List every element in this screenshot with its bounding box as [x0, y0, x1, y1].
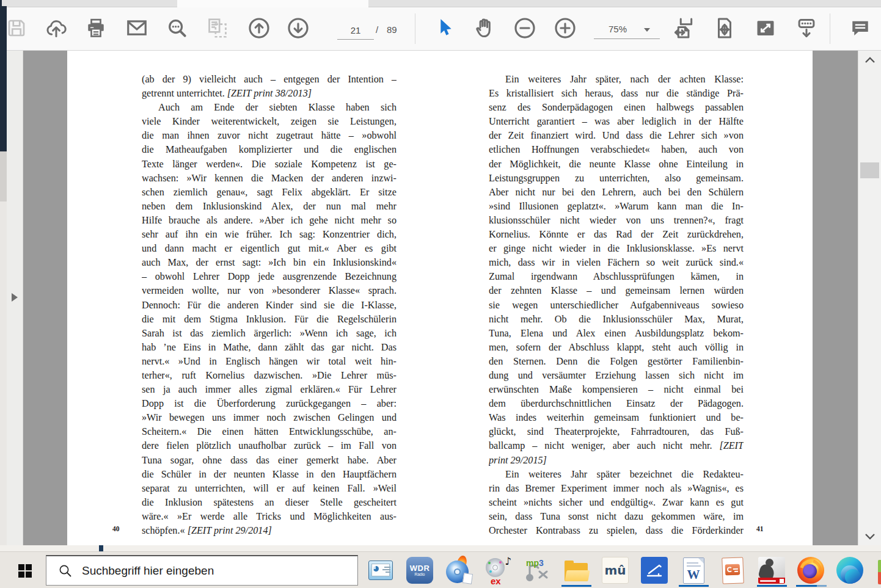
powerpoint-icon [722, 557, 744, 584]
text-line: Leistungsgruppen zu unterrichten, also g… [489, 172, 744, 186]
text-line: der zehnten Klasse – und gemeinsam lerne… [489, 284, 744, 298]
taskbar-app-phonostar[interactable] [758, 556, 786, 584]
taskbar-app-cd-burner[interactable] [445, 556, 473, 584]
taskbar-app-scanner[interactable] [640, 556, 668, 584]
taskbar-app-cdex[interactable]: ♪ ex [484, 556, 512, 584]
email-icon [125, 16, 148, 40]
vertical-scrollbar[interactable] [858, 51, 881, 545]
expand-panel-arrow[interactable] [12, 293, 18, 302]
taskbar-app-wdr-radio[interactable]: WDR Radio [406, 556, 434, 584]
text-line: senz des Sonderpädagogen einen halbwegs … [489, 101, 744, 115]
text-line: die man ihnen zuvor nicht zugetraut hätt… [142, 129, 397, 143]
text-line: Aber nicht nur bei den Lehrern, auch bei… [489, 186, 744, 200]
fit-page-button[interactable] [712, 15, 737, 41]
taskbar-app-powerpoint[interactable] [718, 556, 747, 584]
snapshot-button[interactable] [205, 15, 230, 41]
text-line: wäre.« »Er werde alle Tricks und Möglich… [142, 510, 397, 524]
text-line: Tuna sogar, ohne dass das einer gemerkt … [142, 454, 397, 468]
hand-tool-button[interactable] [472, 15, 498, 41]
windows-logo-icon [18, 564, 32, 578]
text-line: Dopp ist die Überforderung zurückgegange… [142, 397, 397, 411]
text-line: »sind Illusionen geplatzt«. »Warum kann … [489, 200, 744, 214]
search-icon [59, 564, 72, 578]
scroll-down-button[interactable] [858, 529, 881, 543]
text-line: er ginge nicht wieder in die Inklusionsk… [489, 242, 744, 256]
text-line: separat zu unterrichten, will er auf kei… [142, 482, 397, 496]
fit-width-button[interactable] [671, 15, 696, 41]
print-icon [85, 17, 107, 39]
zoom-out-button[interactable] [512, 15, 538, 41]
zoom-in-icon [554, 16, 577, 40]
text-line: Es kristallisiert sich heraus, dass nur … [489, 87, 744, 101]
select-tool-button[interactable] [432, 15, 458, 41]
edge-icon [836, 557, 863, 584]
text-line: dung und versäumter Erziehung lassen sic… [489, 369, 744, 383]
taskbar-app-partial-icon[interactable] [878, 560, 881, 584]
page-number-input[interactable] [337, 21, 374, 40]
text-line: (ab der 9) vielleicht auch – entgegen de… [142, 73, 397, 87]
print-button[interactable] [83, 15, 109, 41]
text-line: Hilfe brauche als andere. »Aber ich gehe… [142, 214, 397, 228]
text-line: Ein weiteres Jahr später, nach der achte… [489, 73, 744, 87]
save-button[interactable] [4, 15, 29, 41]
toolbar-divider [830, 13, 830, 44]
zoom-level-select[interactable]: 75% [594, 20, 660, 39]
music-note-glyph: ♪ [505, 555, 511, 567]
chevron-up-icon [865, 57, 876, 64]
text-line: die Matheaufgaben komplizierter und die … [142, 143, 397, 157]
share-upload-button[interactable] [43, 15, 69, 41]
left-text-column: (ab der 9) vielleicht auch – entgegen de… [142, 73, 397, 538]
fit-page-icon [713, 16, 736, 40]
text-line: etlichen Hoffnungen verabschiedet« haben… [489, 143, 744, 157]
screen: / 89 [0, 0, 881, 588]
system-panel-icon [368, 561, 393, 580]
taskbar-app-musescore[interactable]: mû [601, 556, 629, 584]
zoom-in-button[interactable] [552, 15, 578, 41]
background-edge-strip-a [0, 151, 7, 201]
scroll-up-button[interactable] [858, 53, 881, 67]
running-indicator-phonostar [757, 585, 787, 587]
wdr-radio-icon: WDR Radio [406, 557, 433, 584]
zoom-out-icon [513, 16, 536, 40]
text-line: der Möglichkeit, die neunte Klasse ohne … [489, 158, 744, 172]
taskbar-app-firefox[interactable] [797, 556, 825, 584]
save-icon [5, 17, 27, 39]
taskbar-search-box[interactable]: Suchbegriff hier eingeben [46, 555, 358, 586]
page-separator: / [376, 24, 378, 35]
taskbar-app-edge[interactable] [836, 556, 864, 584]
text-line: Texte länger werden«. Die soziale Kompet… [142, 158, 397, 172]
fullscreen-button[interactable] [753, 15, 778, 41]
previous-page-button[interactable] [246, 15, 272, 41]
email-button[interactable] [124, 15, 150, 41]
text-line: dem überdurchschnittlichen Einsatz der P… [489, 397, 744, 411]
taskbar-app-system-panel[interactable] [367, 556, 395, 584]
comment-icon [849, 17, 871, 39]
active-tab[interactable] [177, 0, 368, 7]
start-button[interactable] [12, 559, 38, 583]
text-line: Tuna, Elena und Alex einen Ausbildungspl… [489, 327, 744, 341]
comment-button[interactable] [847, 15, 873, 41]
window-bottom-strip [0, 545, 881, 551]
text-line: und dann macht er eigentlich gut mit.« A… [142, 242, 397, 256]
scrollbar-thumb[interactable] [860, 162, 879, 178]
text-line: mich, dass wir in vielen Fächern so weit… [489, 256, 744, 270]
cdex-icon: ♪ ex [484, 557, 511, 584]
taskbar-app-file-explorer[interactable] [562, 556, 590, 584]
fullscreen-icon [754, 16, 777, 40]
text-line: erwünschten Maße kompensieren – nicht ei… [489, 383, 744, 397]
dock-toolbar-button[interactable] [794, 15, 819, 41]
text-line: nervt.« »Und in Englisch hängen wir tota… [142, 355, 397, 369]
text-line: sein, dass Tuna sonst nicht dazu gekomme… [489, 510, 744, 524]
taskbar-app-mp3directcut[interactable]: mp3 [523, 556, 551, 584]
search-button[interactable] [164, 15, 190, 41]
word-icon: W [683, 557, 704, 584]
background-edge-strip-b [0, 201, 7, 545]
search-placeholder: Suchbegriff hier eingeben [82, 564, 214, 578]
text-line: schen ziemlich genau«, sagt Felix abgekl… [142, 186, 397, 200]
text-line: Auch am Ende der siebten Klasse haben si… [142, 101, 397, 115]
musescore-icon: mû [602, 557, 629, 584]
chevron-down-icon [644, 28, 650, 32]
next-page-button[interactable] [285, 15, 311, 41]
taskbar-app-word[interactable]: W [679, 556, 707, 584]
snapshot-copy-icon [206, 16, 229, 40]
